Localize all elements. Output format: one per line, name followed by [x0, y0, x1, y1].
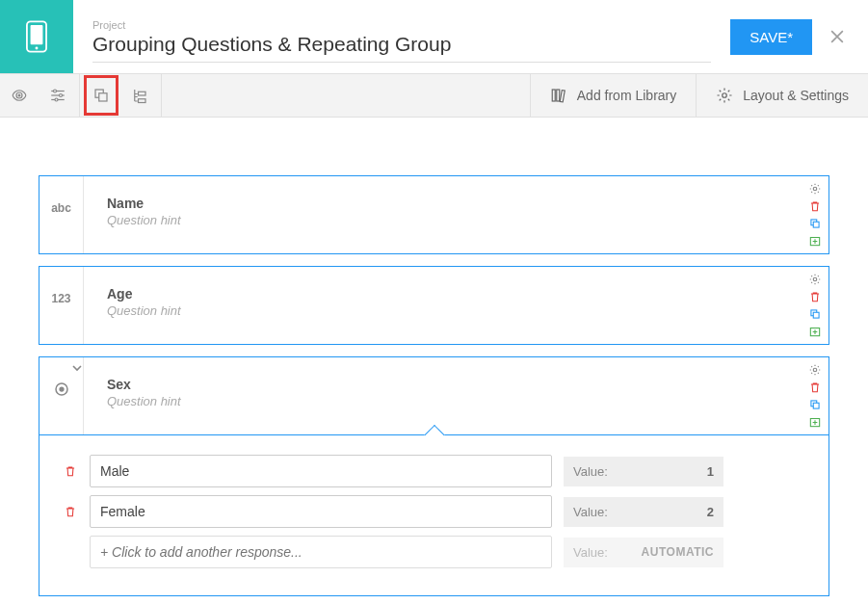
question-hint[interactable]: Question hint	[107, 394, 778, 408]
close-icon[interactable]	[828, 27, 847, 46]
option-value-display[interactable]: Value: 1	[564, 457, 723, 486]
option-value-auto: AUTOMATIC	[642, 545, 714, 560]
option-value-number: 2	[707, 505, 714, 519]
toolbar-spacer	[164, 74, 530, 117]
sliders-icon	[49, 87, 66, 104]
option-label-input[interactable]	[90, 495, 552, 528]
question-label[interactable]: Sex	[107, 377, 778, 392]
gear-icon	[716, 87, 733, 104]
question-label[interactable]: Name	[107, 196, 778, 211]
layout-settings-label: Layout & Settings	[743, 88, 849, 103]
option-value-label: Value:	[573, 545, 608, 560]
option-row: Value: 2	[63, 495, 805, 528]
trash-icon	[64, 464, 77, 478]
add-from-library-button[interactable]: Add from Library	[530, 74, 696, 117]
group-icon	[92, 87, 110, 104]
option-label-input[interactable]	[90, 455, 552, 487]
add-from-library-label: Add from Library	[577, 88, 676, 103]
svg-point-17	[723, 93, 727, 98]
svg-rect-24	[813, 312, 819, 318]
add-to-library-icon[interactable]	[808, 325, 822, 338]
option-delete-button[interactable]	[63, 505, 78, 518]
option-value-label: Value:	[573, 464, 608, 479]
svg-rect-1	[31, 25, 43, 44]
phone-icon	[26, 20, 47, 53]
delete-icon[interactable]	[808, 199, 822, 213]
svg-rect-11	[99, 93, 107, 101]
question-card-age[interactable]: 123 Age Question hint	[39, 266, 829, 345]
option-add-row[interactable]: Value: AUTOMATIC	[63, 536, 805, 568]
option-value-label: Value:	[573, 505, 608, 519]
form-canvas: abc Name Question hint 123 Age Question …	[0, 118, 868, 604]
project-label: Project	[92, 19, 711, 31]
duplicate-icon[interactable]	[808, 398, 822, 411]
svg-point-7	[60, 94, 63, 97]
list-settings-button[interactable]	[39, 73, 77, 118]
trash-icon	[64, 505, 77, 518]
question-actions	[802, 267, 829, 344]
settings-icon[interactable]	[808, 273, 822, 286]
header: Project Grouping Questions & Repeating G…	[0, 0, 868, 73]
question-hint[interactable]: Question hint	[107, 303, 778, 318]
svg-point-9	[55, 98, 58, 101]
toolbar-separator	[79, 73, 80, 118]
question-type-text[interactable]: abc	[39, 176, 84, 253]
delete-icon[interactable]	[808, 381, 822, 394]
svg-point-18	[813, 187, 817, 191]
cascade-icon	[131, 87, 148, 104]
option-delete-button[interactable]	[63, 464, 78, 478]
project-title-area: Project Grouping Questions & Repeating G…	[73, 0, 730, 73]
delete-icon[interactable]	[808, 290, 822, 303]
add-to-library-icon[interactable]	[808, 415, 822, 429]
project-title[interactable]: Grouping Questions & Repeating Group	[92, 33, 711, 63]
duplicate-icon[interactable]	[808, 217, 822, 230]
svg-point-3	[18, 94, 21, 97]
svg-rect-13	[139, 99, 146, 103]
option-value-number: 1	[707, 464, 714, 479]
add-to-library-icon[interactable]	[808, 234, 822, 248]
layout-settings-button[interactable]: Layout & Settings	[696, 74, 868, 117]
radio-icon	[53, 381, 70, 398]
save-button[interactable]: SAVE*	[730, 19, 812, 55]
library-icon	[550, 87, 567, 104]
option-value-display[interactable]: Value: 2	[564, 497, 723, 527]
caret-down-icon[interactable]	[72, 363, 82, 373]
svg-point-22	[813, 277, 817, 281]
svg-point-5	[54, 90, 57, 92]
question-body: Sex Question hint	[84, 357, 802, 434]
question-actions	[802, 357, 829, 434]
svg-rect-15	[557, 90, 560, 101]
question-type-number[interactable]: 123	[39, 267, 84, 344]
header-actions: SAVE*	[730, 0, 868, 73]
toolbar-left	[0, 74, 164, 117]
duplicate-icon[interactable]	[808, 307, 822, 321]
settings-icon[interactable]	[808, 182, 822, 196]
svg-point-27	[59, 386, 64, 391]
svg-rect-16	[560, 91, 565, 102]
svg-rect-30	[813, 403, 819, 408]
svg-point-28	[813, 368, 817, 372]
question-actions	[802, 176, 829, 253]
question-card-name[interactable]: abc Name Question hint	[39, 175, 829, 254]
question-body: Name Question hint	[84, 176, 802, 253]
svg-point-2	[36, 46, 39, 49]
toolbar-separator	[161, 73, 162, 118]
option-add-input[interactable]	[90, 536, 552, 568]
option-value-display-auto: Value: AUTOMATIC	[564, 538, 723, 567]
option-row: Value: 1	[63, 455, 805, 487]
svg-rect-12	[139, 92, 146, 95]
question-body: Age Question hint	[84, 267, 802, 344]
svg-rect-20	[813, 222, 819, 227]
group-questions-button[interactable]	[82, 73, 120, 118]
svg-rect-14	[552, 90, 555, 101]
settings-icon[interactable]	[808, 363, 822, 377]
toolbar: Add from Library Layout & Settings	[0, 73, 868, 118]
insert-cascade-button[interactable]	[120, 73, 159, 118]
question-hint[interactable]: Question hint	[107, 213, 778, 227]
options-panel: Value: 1 Value: 2 Value: AUTOMATIC	[39, 435, 829, 596]
preview-button[interactable]	[0, 73, 39, 118]
question-label[interactable]: Age	[107, 286, 778, 302]
app-logo	[0, 0, 73, 73]
eye-icon	[11, 87, 28, 104]
